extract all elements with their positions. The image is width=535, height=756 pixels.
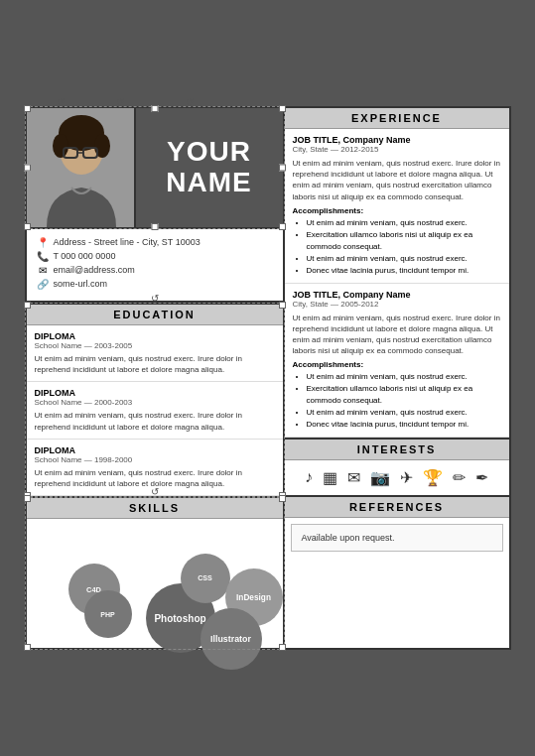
exp-location-1: City, State — 2005-2012 [293,300,501,309]
edu-school-0: School Name — 2003-2005 [35,341,275,350]
main-layout: ↺ ↺ ↺ [27,108,509,648]
education-header: EDUCATION [27,305,283,325]
interest-icon-music: ♪ [305,468,313,487]
address-icon: 📍 [37,237,49,248]
experience-section: EXPERIENCE JOB TITLE, Company Name City,… [285,108,509,441]
handle-tl[interactable] [24,105,31,112]
exp-title-0: JOB TITLE, Company Name [293,135,501,145]
interest-icon-trophy: 🏆 [423,468,443,487]
exp-list-item-1-3: Donec vitae lacinia purus, tincidunt tem… [307,419,501,431]
exp-company-text-1: Company Name [343,290,411,300]
skills-handle-br[interactable] [279,644,286,651]
phone-icon: 📞 [37,251,49,262]
interest-icon-pen: ✏ [453,468,466,487]
handle-tr[interactable] [279,105,286,112]
header-area: ↺ ↺ ↺ [27,108,283,229]
education-section: ↺ EDUCATION DIPLOMA School Name — 2003-2… [27,303,283,496]
name-line1: YOUR [166,137,251,168]
edu-handle-tr[interactable] [279,302,286,309]
skill-bubble-illustrator: Illustrator [201,608,262,670]
exp-title-1: JOB TITLE, Company Name [293,290,501,300]
exp-list-item-0-0: Ut enim ad minim veniam, quis nostrud ex… [307,217,501,229]
name-line2: NAME [166,168,251,198]
contact-url-row: 🔗 some-url.com [37,279,273,290]
skills-handle-tl[interactable] [24,495,31,502]
edu-degree-1: DIPLOMA [35,388,275,398]
references-section: REFERENCES Available upon request. [285,497,509,552]
exp-location-0: City, State — 2012-2015 [293,145,501,154]
edu-item-0: DIPLOMA School Name — 2003-2005 Ut enim … [27,325,283,382]
exp-title-text-0: JOB TITLE [293,135,338,145]
edu-item-1: DIPLOMA School Name — 2000-2003 Ut enim … [27,382,283,439]
right-column: EXPERIENCE JOB TITLE, Company Name City,… [285,108,509,648]
handle-mr[interactable] [279,164,286,171]
resume-page: ↺ ↺ ↺ [25,106,511,650]
left-column: ↺ ↺ ↺ [27,108,285,648]
interest-icon-brush: ✒ [475,468,488,487]
contact-address: Address - Street line - City, ST 10003 [54,237,201,247]
exp-list-item-0-3: Donec vitae lacinia purus, tincidunt tem… [307,265,501,277]
exp-acc-label-0: Accomplishments: [293,206,501,215]
exp-list-item-0-2: Ut enim ad minim veniam, quis nostrud ex… [307,253,501,265]
exp-desc-0: Ut enim ad minim veniam, quis nostrud ex… [293,158,501,202]
interests-header: INTERESTS [285,440,509,460]
svg-point-3 [53,134,68,158]
handle-bl[interactable] [24,223,31,230]
contact-url: some-url.com [54,279,108,289]
interest-icon-film: ▦ [323,468,337,487]
skills-handle-tr[interactable] [279,495,286,502]
handle-ml[interactable] [24,164,31,171]
person-photo [27,108,136,227]
edu-handle-tl[interactable] [24,302,31,309]
rotate-icon-2[interactable]: ↺ [116,96,124,107]
contact-email-row: ✉ email@address.com [37,265,273,276]
contact-section: 📍 Address - Street line - City, ST 10003… [27,229,283,303]
rotate-icon-3[interactable]: ↺ [186,96,194,107]
exp-title-text-1: JOB TITLE [293,290,338,300]
experience-header: EXPERIENCE [285,108,509,129]
skills-header: SKILLS [27,498,283,519]
exp-list-0: Ut enim ad minim veniam, quis nostrud ex… [293,217,501,277]
handle-tm[interactable] [151,105,158,112]
exp-list-item-1-2: Ut enim ad minim veniam, quis nostrud ex… [307,407,501,419]
exp-list-item-1-1: Exercitation ullamco laboris nisi ut ali… [307,383,501,407]
skills-section: ↺ SKILLS C4DPHPPhotoshopCSSInDesignIllus… [27,496,283,648]
rotate-icon-edu[interactable]: ↺ [151,293,159,304]
skills-bubbles: C4DPHPPhotoshopCSSInDesignIllustrator [27,519,283,648]
exp-list-item-0-1: Exercitation ullamco laboris nisi ut ali… [307,229,501,253]
exp-desc-1: Ut enim ad minim veniam, quis nostrud ex… [293,313,501,357]
contact-phone-row: 📞 T 000 000 0000 [37,251,273,262]
name-box: YOUR NAME [136,108,283,227]
skill-bubble-php: PHP [84,590,132,638]
edu-degree-0: DIPLOMA [35,331,275,341]
handle-br[interactable] [279,223,286,230]
rotate-icon-skills[interactable]: ↺ [151,486,159,497]
edu-degree-2: DIPLOMA [35,445,275,455]
url-icon: 🔗 [37,279,49,290]
edu-desc-1: Ut enim ad minim veniam, quis nostrud ex… [35,410,275,432]
interest-icon-camera: 📷 [370,468,390,487]
exp-company-text-0: Company Name [343,135,411,145]
interests-section: INTERESTS ♪ ▦ ✉ 📷 ✈ 🏆 ✏ ✒ [285,440,509,497]
exp-item-1: JOB TITLE, Company Name City, State — 20… [285,284,509,439]
handle-bm[interactable] [151,223,158,230]
skills-handle-bl[interactable] [24,644,31,651]
contact-phone: T 000 000 0000 [54,251,116,261]
interests-icons-container: ♪ ▦ ✉ 📷 ✈ 🏆 ✏ ✒ [285,460,509,495]
interest-icon-mail: ✉ [347,468,360,487]
name-text: YOUR NAME [166,137,251,198]
skill-bubble-css: CSS [181,554,230,603]
exp-acc-label-1: Accomplishments: [293,360,501,369]
contact-address-row: 📍 Address - Street line - City, ST 10003 [37,237,273,248]
photo-box [27,108,136,227]
references-header: REFERENCES [285,497,509,518]
edu-school-1: School Name — 2000-2003 [35,398,275,407]
references-text: Available upon request. [291,524,503,552]
edu-school-2: School Name — 1998-2000 [35,455,275,464]
edu-desc-0: Ut enim ad minim veniam, quis nostrud ex… [35,353,275,375]
rotate-icon-1[interactable]: ↺ [57,96,65,107]
exp-list-1: Ut enim ad minim veniam, quis nostrud ex… [293,371,501,431]
exp-item-0: JOB TITLE, Company Name City, State — 20… [285,129,509,284]
exp-list-item-1-0: Ut enim ad minim veniam, quis nostrud ex… [307,371,501,383]
interest-icon-plane: ✈ [400,468,413,487]
